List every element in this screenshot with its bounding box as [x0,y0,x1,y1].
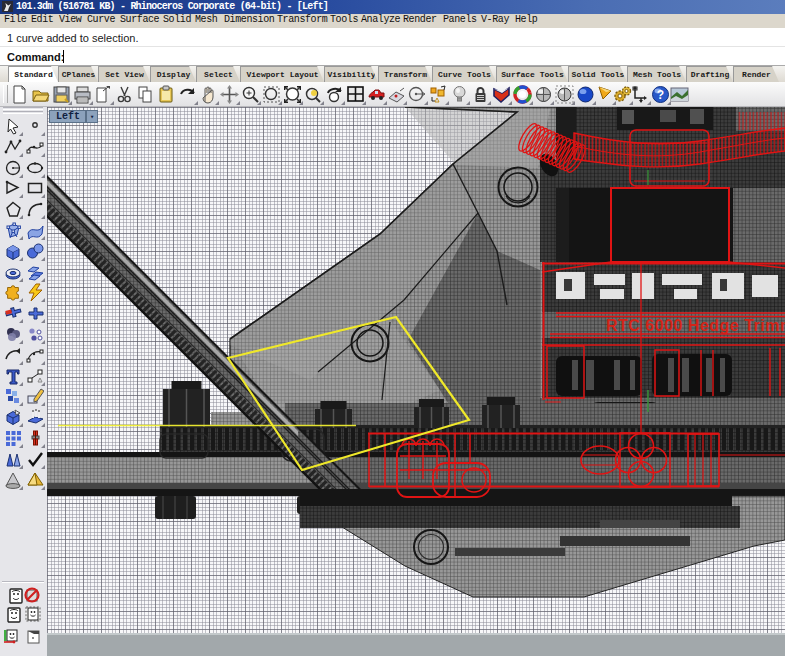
svg-text:?: ? [657,88,664,102]
svg-text:RTC 6000 Hedge Trimmer: RTC 6000 Hedge Trimmer [606,317,785,334]
